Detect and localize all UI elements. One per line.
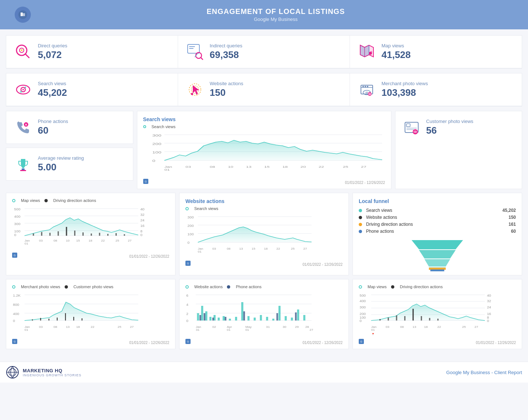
svg-text:31: 31 <box>266 325 270 328</box>
svg-text:27: 27 <box>303 247 307 250</box>
svg-rect-9 <box>189 48 194 49</box>
funnel-label-phone: Phone actions <box>366 229 498 234</box>
svg-text:01: 01 <box>164 168 170 171</box>
svg-rect-232 <box>421 316 422 321</box>
legend-label-search: Search views <box>152 124 176 129</box>
main-content: Direct queries 5,072 Indirect queries 69… <box>0 29 528 359</box>
funnel-item-driving: Driving direction actions 161 <box>359 222 516 227</box>
svg-point-35 <box>369 94 370 94</box>
chart-map-driving2: Map views Driving direction actions 500 … <box>352 279 522 349</box>
svg-text:8: 8 <box>140 229 142 233</box>
stat-value-map-views: 41,528 <box>381 49 411 61</box>
indirect-search-icon <box>185 42 205 61</box>
svg-rect-7 <box>188 44 199 53</box>
footer-report-label: Google My Business - Client Report <box>446 370 522 375</box>
svg-marker-130 <box>419 250 456 258</box>
svg-text:0: 0 <box>13 319 15 323</box>
svg-text:15: 15 <box>252 247 255 250</box>
stats-row-2: Search views 45,202 Website actions 150 <box>6 73 522 106</box>
svg-text:18: 18 <box>76 325 80 328</box>
stat-label-customer-photo-views: Customer photo views <box>426 119 474 124</box>
legend-dot-map <box>12 199 15 202</box>
legend-dot-map2 <box>359 285 362 289</box>
legend-dot-merchant <box>12 285 15 289</box>
local-funnel-title: Local funnel <box>359 198 516 204</box>
svg-text:03: 03 <box>212 247 216 250</box>
svg-text:27: 27 <box>361 165 366 169</box>
stat-value-avg-review: 5.00 <box>38 162 84 173</box>
legend-label-phone2: Phone actions <box>236 285 261 289</box>
stat-value-customer-photo-views: 56 <box>426 125 474 136</box>
svg-text:13: 13 <box>246 165 252 169</box>
legend-dot-website <box>185 207 189 210</box>
chart-website-phone-icon-bottom: G <box>185 339 191 345</box>
svg-rect-170 <box>201 306 203 321</box>
svg-text:0: 0 <box>152 159 155 163</box>
stat-value-website-actions: 150 <box>210 87 243 98</box>
svg-text:0: 0 <box>487 319 489 323</box>
svg-rect-149 <box>82 318 82 321</box>
svg-text:500: 500 <box>14 207 21 211</box>
stats-row-1: Direct queries 5,072 Indirect queries 69… <box>6 35 522 69</box>
header-sub-title: Google My Business <box>38 17 513 22</box>
svg-text:25: 25 <box>291 247 294 250</box>
svg-text:2: 2 <box>186 312 188 316</box>
chart-website-phone-area: 6 4 2 0 <box>185 291 343 339</box>
svg-rect-2 <box>23 13 25 16</box>
chart-search-views-icon-bottom: G <box>143 179 148 185</box>
legend-dot-driving <box>44 199 48 202</box>
svg-rect-146 <box>57 318 58 321</box>
svg-rect-233 <box>429 318 430 321</box>
chart-map-driving2-legend: Map views Driving direction actions <box>359 285 516 289</box>
svg-rect-183 <box>272 319 275 321</box>
chart-photo-views: Merchant photo views Customer photo view… <box>6 279 176 349</box>
svg-rect-191 <box>212 318 214 321</box>
phone-icon: ✕ <box>14 118 33 137</box>
legend-label-map: Map views <box>21 198 40 203</box>
svg-text:40: 40 <box>140 207 144 211</box>
svg-text:300: 300 <box>14 222 21 226</box>
chart-website-actions-date: 01/01/2022 - 12/26/2022 <box>303 262 343 267</box>
stat-label-avg-review: Average review rating <box>38 155 84 161</box>
stat-website-actions: Website actions 150 <box>178 73 350 106</box>
svg-rect-175 <box>223 316 225 321</box>
svg-rect-176 <box>229 319 231 321</box>
svg-text:24: 24 <box>487 305 491 309</box>
chart-website-actions-legend: Search views <box>185 206 343 211</box>
svg-text:01: 01 <box>227 328 231 331</box>
svg-text:400: 400 <box>13 312 19 316</box>
header-titles: ENGAGEMENT OF LOCAL LISTINGS Google My B… <box>38 7 513 22</box>
svg-text:03: 03 <box>386 325 389 328</box>
svg-text:G: G <box>187 340 189 343</box>
chart-map-driving: Map views Driving direction actions 500 … <box>6 193 176 275</box>
svg-text:300: 300 <box>152 134 161 137</box>
svg-rect-184 <box>278 306 281 321</box>
svg-text:40: 40 <box>487 294 491 297</box>
svg-text:08: 08 <box>210 165 215 169</box>
stat-label-merchant-photo-views: Merchant photo views <box>381 81 428 86</box>
chart-photo-views-legend: Merchant photo views Customer photo view… <box>12 285 169 289</box>
svg-point-22 <box>20 91 22 93</box>
svg-text:22: 22 <box>318 165 324 169</box>
svg-text:300: 300 <box>188 216 194 219</box>
stat-info-search-views: Search views 45,202 <box>38 81 67 98</box>
chart-website-phone: Website actions Phone actions 6 4 2 0 <box>179 279 349 349</box>
svg-text:13: 13 <box>66 325 69 328</box>
svg-text:22: 22 <box>91 325 94 328</box>
svg-text:27: 27 <box>130 325 134 328</box>
stat-merchant-photo-views: Merchant photo views 103,398 <box>350 73 522 106</box>
chart-photo-views-date: 01/01/2022 - 12/26/2022 <box>129 341 169 345</box>
stat-label-direct-queries: Direct queries <box>38 43 67 48</box>
svg-rect-195 <box>295 312 297 321</box>
svg-text:18: 18 <box>88 239 92 242</box>
svg-rect-28 <box>362 86 364 87</box>
svg-text:32: 32 <box>487 299 491 303</box>
chart-photo-views-area: 1.2K 800 400 0 <box>12 291 169 339</box>
svg-text:15: 15 <box>76 239 80 242</box>
svg-text:25: 25 <box>462 325 466 328</box>
svg-line-5 <box>25 54 29 58</box>
svg-text:300: 300 <box>359 305 366 309</box>
chart-website-actions: Website actions Search views 300 200 100… <box>179 193 349 275</box>
svg-rect-90 <box>74 231 75 236</box>
stat-value-search-views: 45,202 <box>38 87 67 98</box>
